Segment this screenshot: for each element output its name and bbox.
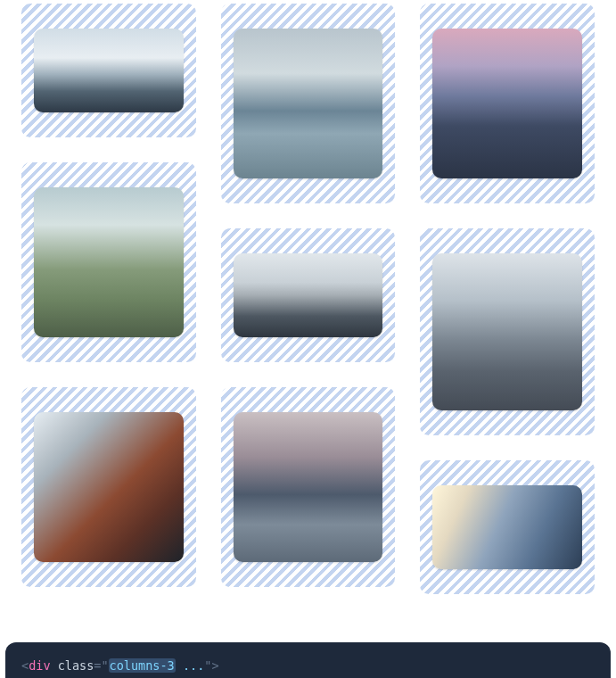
image-cell xyxy=(420,460,595,594)
code-example: <div class="columns-3 ..."> <img class="… xyxy=(5,642,611,678)
image-cell xyxy=(221,228,396,362)
mountain-image xyxy=(34,29,184,112)
columns-container xyxy=(21,4,595,614)
image-cell xyxy=(221,387,396,587)
image-cell xyxy=(221,4,396,203)
image-cell xyxy=(21,387,196,587)
mountain-image xyxy=(432,485,582,569)
mountain-image xyxy=(34,412,184,562)
mountain-image xyxy=(234,412,383,562)
image-cell xyxy=(420,4,595,203)
mountain-image xyxy=(432,253,582,410)
image-cell xyxy=(420,228,595,435)
image-cell xyxy=(21,4,196,137)
image-cell xyxy=(21,162,196,362)
mountain-image xyxy=(234,29,383,178)
mountain-image xyxy=(432,29,582,178)
gallery-demo xyxy=(7,0,609,628)
code-line: <div class="columns-3 ..."> xyxy=(21,657,595,676)
mountain-image xyxy=(34,187,184,337)
mountain-image xyxy=(234,253,383,337)
